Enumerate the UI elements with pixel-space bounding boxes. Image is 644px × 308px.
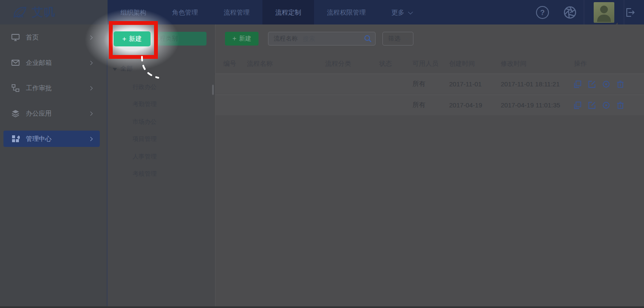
sidebar-item-label: 企业邮箱 xyxy=(26,59,89,67)
sidebar-item-mail[interactable]: 企业邮箱 xyxy=(3,55,100,71)
filter-button[interactable]: 筛选 xyxy=(382,32,413,46)
help-icon[interactable]: ? xyxy=(536,6,549,19)
search-group: 流程名称 xyxy=(268,32,376,46)
cell-created: 2017-04-19 xyxy=(449,101,501,109)
edit-icon[interactable] xyxy=(588,80,596,88)
col-number: 编号 xyxy=(223,60,247,68)
dashboard-grid-icon xyxy=(11,134,20,143)
topbar-actions: ? xyxy=(529,0,644,24)
nav-item-process-design[interactable]: 流程定制 xyxy=(262,0,314,24)
brand-name: 艾叽 xyxy=(32,5,56,20)
leaf-icon: OA xyxy=(13,6,28,19)
svg-text:?: ? xyxy=(540,9,545,17)
sidebar-item-label: 工作审批 xyxy=(26,84,89,92)
row-actions xyxy=(574,80,644,88)
col-available-users: 可用人员 xyxy=(413,60,449,68)
search-icon xyxy=(364,35,372,43)
monitor-icon xyxy=(11,33,20,42)
edit-icon[interactable] xyxy=(588,101,596,109)
logout-icon xyxy=(624,7,635,18)
logout-button[interactable] xyxy=(624,0,644,24)
record-icon[interactable] xyxy=(602,101,610,109)
delete-icon[interactable] xyxy=(616,80,624,88)
plus-icon: + xyxy=(232,35,236,42)
chevron-right-icon xyxy=(89,35,93,40)
cell-modified: 2017-11-01 18:11:21 xyxy=(501,80,574,88)
top-navigation-bar: OA 艾叽 组织架构 角色管理 流程管理 流程定制 流程权限管理 更多 ? xyxy=(0,0,644,24)
chevron-right-icon xyxy=(89,86,93,90)
search-button[interactable] xyxy=(361,32,375,45)
col-created: 创建时间 xyxy=(449,60,501,68)
cell-modified: 2017-04-19 11:01:35 xyxy=(501,101,574,109)
new-process-button-label: 新建 xyxy=(239,35,251,43)
copy-icon[interactable] xyxy=(574,101,582,109)
tree-item-project-mgmt[interactable]: 项目管理 xyxy=(132,135,157,143)
layers-icon xyxy=(11,109,20,118)
window-bottom-edge xyxy=(0,306,644,308)
user-avatar[interactable] xyxy=(594,2,614,23)
process-list-area: + 新建 流程名称 筛选 编号 流程名称 流程分类 xyxy=(215,24,644,308)
nav-more-label: 更多 xyxy=(391,9,404,16)
nav-item-process-permissions[interactable]: 流程权限管理 xyxy=(314,0,379,24)
plus-icon: + xyxy=(122,36,126,43)
sidebar-item-admin-center[interactable]: 管理中心 xyxy=(3,131,100,147)
search-input[interactable] xyxy=(303,35,361,42)
search-field-selector[interactable]: 流程名称 xyxy=(268,35,303,43)
table-row: 所有 2017-11-01 2017-11-01 18:11:21 xyxy=(216,73,644,94)
app-window: OA 艾叽 组织架构 角色管理 流程管理 流程定制 流程权限管理 更多 ? xyxy=(0,0,644,308)
process-category-panel: 新建流程类别 全部 行政办公 考勤管理 市场办公 项目管理 人事管理 考核管理 xyxy=(108,24,215,308)
chevron-right-icon xyxy=(89,61,93,65)
col-category: 流程分类 xyxy=(325,60,379,68)
highlighted-new-button-label: 新建 xyxy=(129,35,142,43)
tree-item-hr-mgmt[interactable]: 人事管理 xyxy=(132,153,157,161)
chevron-right-icon xyxy=(89,137,93,141)
delete-icon[interactable] xyxy=(616,101,624,109)
table-header: 编号 流程名称 流程分类 状态 可用人员 创建时间 修改时间 操作 xyxy=(216,54,644,73)
avatar-silhouette xyxy=(594,2,614,23)
sidebar-item-label: 首页 xyxy=(26,34,89,42)
col-status: 状态 xyxy=(379,60,413,68)
col-modified: 修改时间 xyxy=(501,60,574,68)
nav-item-process-mgmt[interactable]: 流程管理 xyxy=(211,0,262,24)
svg-text:OA: OA xyxy=(17,14,24,18)
expand-caret-icon[interactable] xyxy=(113,68,117,71)
tree-root-all[interactable]: 全部 xyxy=(113,65,132,73)
sidebar: 首页 企业邮箱 工作审批 办公应用 xyxy=(0,24,108,308)
col-process-name: 流程名称 xyxy=(247,60,325,68)
brand-logo: OA 艾叽 xyxy=(0,0,108,24)
nav-item-more[interactable]: 更多 xyxy=(379,0,424,24)
table-row: 所有 2017-04-19 2017-04-19 11:01:35 xyxy=(216,95,644,115)
row-actions xyxy=(574,101,644,109)
cell-available-users: 所有 xyxy=(413,101,449,109)
list-toolbar: + 新建 流程名称 筛选 xyxy=(216,24,644,52)
sidebar-item-approvals[interactable]: 工作审批 xyxy=(3,80,100,96)
sidebar-item-label: 管理中心 xyxy=(26,135,89,143)
scrollbar-thumb[interactable] xyxy=(212,85,214,95)
sidebar-item-home[interactable]: 首页 xyxy=(3,29,100,46)
col-actions: 操作 xyxy=(574,60,644,68)
highlighted-new-button[interactable]: + 新建 xyxy=(114,31,151,46)
chevron-down-icon xyxy=(408,9,413,14)
cell-available-users: 所有 xyxy=(413,80,449,88)
nav-item-roles[interactable]: 角色管理 xyxy=(159,0,211,24)
sidebar-item-office-apps[interactable]: 办公应用 xyxy=(3,105,100,122)
tree-item-attendance[interactable]: 考勤管理 xyxy=(132,101,157,108)
record-icon[interactable] xyxy=(602,80,610,88)
workflow-icon xyxy=(11,84,20,92)
copy-icon[interactable] xyxy=(574,80,582,88)
cell-created: 2017-11-01 xyxy=(449,80,501,88)
aperture-icon[interactable] xyxy=(563,6,577,19)
new-process-button[interactable]: + 新建 xyxy=(225,32,259,46)
mail-icon xyxy=(11,58,20,67)
tree-root-label: 全部 xyxy=(120,65,132,73)
topbar-divider xyxy=(584,0,584,24)
filter-label: 筛选 xyxy=(388,35,401,43)
tree-item-admin-office[interactable]: 行政办公 xyxy=(132,83,157,91)
tree-item-market-office[interactable]: 市场办公 xyxy=(132,118,157,126)
chevron-right-icon xyxy=(89,111,93,116)
chevron-down-icon xyxy=(404,35,409,40)
sidebar-item-label: 办公应用 xyxy=(26,110,89,118)
tree-item-assessment-mgmt[interactable]: 考核管理 xyxy=(132,170,157,178)
